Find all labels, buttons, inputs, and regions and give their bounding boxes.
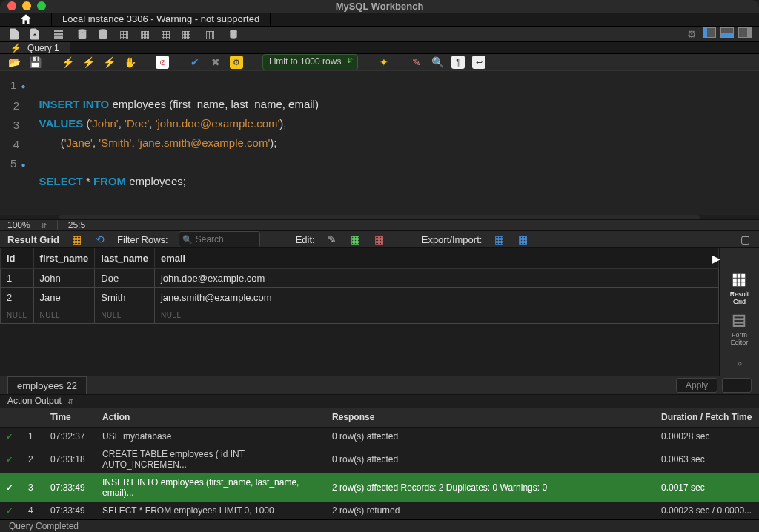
refresh-icon[interactable]: ⟲: [93, 233, 107, 246]
svg-rect-9: [735, 320, 744, 322]
col-email[interactable]: email: [154, 248, 718, 269]
filter-rows-label: Filter Rows:: [117, 234, 168, 245]
autocommit-icon[interactable]: ⚙: [230, 56, 243, 69]
status-bar: Query Completed: [0, 519, 759, 532]
db-icon-5[interactable]: ▦: [159, 27, 172, 41]
db-icon-1[interactable]: [76, 27, 89, 41]
output-col-time[interactable]: Time: [44, 408, 96, 428]
revert-button[interactable]: [722, 378, 752, 393]
output-row[interactable]: ✔407:33:49SELECT * FROM employees LIMIT …: [0, 502, 759, 519]
svg-rect-2: [54, 36, 63, 39]
editor-toolbar: 📂 💾 ⚡ ⚡ ⚡ ✋ ⊘ ✔ ✖ ⚙ Limit to 1000 rows ✦…: [0, 54, 759, 71]
traffic-lights: [7, 1, 46, 10]
svg-rect-0: [54, 30, 63, 32]
search-icon[interactable]: 🔍: [431, 56, 444, 69]
code-content[interactable]: INSERT INTO employees (first_name, last_…: [32, 71, 759, 215]
line-gutter: 1 ● 2 3 4 5 ●: [0, 71, 32, 215]
output-col-response[interactable]: Response: [326, 408, 655, 428]
open-sql-icon[interactable]: [28, 27, 42, 41]
execute-icon[interactable]: ⚡: [61, 56, 74, 69]
svg-point-3: [79, 29, 87, 32]
delete-row-icon[interactable]: ▦: [373, 233, 386, 246]
result-toolbar: Result Grid ▦ ⟲ Filter Rows: Search Edit…: [0, 231, 759, 248]
pin-icon[interactable]: ▢: [738, 233, 752, 246]
pilcrow-icon[interactable]: ¶: [451, 56, 465, 69]
output-col-action[interactable]: Action: [96, 408, 326, 428]
toggle-icon[interactable]: ⊘: [156, 56, 169, 69]
apply-button[interactable]: Apply: [676, 378, 717, 393]
output-row[interactable]: ✔207:33:18CREATE TABLE employees ( id IN…: [0, 445, 759, 473]
add-row-icon[interactable]: ▦: [349, 233, 362, 246]
db-icon-3[interactable]: ▦: [117, 27, 130, 41]
edit-label: Edit:: [296, 234, 315, 245]
result-set-tab[interactable]: employees 22: [7, 376, 87, 394]
output-col-duration[interactable]: Duration / Fetch Time: [655, 408, 759, 428]
table-icon[interactable]: ▥: [203, 27, 216, 41]
connection-tab-bar: Local instance 3306 - Warning - not supp…: [0, 13, 759, 27]
expand-arrow-icon[interactable]: ▶: [712, 253, 720, 265]
connection-tab[interactable]: Local instance 3306 - Warning - not supp…: [52, 13, 271, 26]
db-icon-4[interactable]: ▦: [138, 27, 151, 41]
grid-view-icon[interactable]: ▦: [70, 233, 83, 246]
wrap-icon[interactable]: ↩: [472, 56, 485, 69]
db-icon-6[interactable]: ▦: [179, 27, 193, 41]
commit-icon[interactable]: ✔: [188, 56, 202, 69]
result-area: programguru.org id first_name last_name …: [0, 248, 759, 376]
zoom-stepper-icon[interactable]: ⇵: [41, 222, 47, 230]
col-last-name[interactable]: last_name: [95, 248, 155, 269]
nav-updown-icon[interactable]: ⬨: [737, 356, 743, 368]
settings-icon[interactable]: ⚙: [685, 27, 698, 41]
window-title: MySQL Workbench: [336, 1, 424, 12]
query-tab[interactable]: ⚡ Query 1: [0, 42, 70, 53]
save-file-icon[interactable]: 💾: [28, 56, 42, 69]
new-sql-tab-icon[interactable]: [7, 27, 21, 41]
result-grid-tab[interactable]: Result Grid: [730, 272, 749, 305]
col-id[interactable]: id: [1, 248, 34, 269]
col-first-name[interactable]: first_name: [33, 248, 95, 269]
table-row-null[interactable]: NULLNULLNULLNULL: [1, 307, 719, 324]
filter-search-input[interactable]: Search: [179, 231, 260, 247]
edit-row-icon[interactable]: ✎: [325, 233, 339, 246]
chevron-updown-icon[interactable]: ⇵: [67, 397, 73, 405]
svg-rect-6: [733, 274, 746, 287]
output-row[interactable]: ✔107:32:37USE mydatabase0 row(s) affecte…: [0, 427, 759, 445]
panel-bottom-button[interactable]: [720, 27, 734, 38]
main-toolbar: ▦ ▦ ▦ ▦ ▥ ⚙: [0, 27, 759, 42]
panel-right-button[interactable]: [738, 27, 752, 38]
rollback-icon[interactable]: ✖: [209, 56, 222, 69]
svg-rect-10: [735, 324, 744, 325]
export-icon[interactable]: ▦: [492, 233, 506, 246]
lightning-icon: ⚡: [10, 43, 21, 53]
home-tab[interactable]: [0, 13, 52, 26]
close-window-button[interactable]: [7, 1, 16, 10]
output-row[interactable]: ✔307:33:49INSERT INTO employees (first_n…: [0, 473, 759, 502]
maximize-window-button[interactable]: [37, 1, 46, 10]
import-icon[interactable]: ▦: [516, 233, 529, 246]
query-tab-label: Query 1: [27, 43, 59, 53]
table-row-empty: [1, 324, 719, 376]
result-side-panel: ▶ Result Grid Form Editor ⬨: [719, 248, 759, 376]
open-file-icon[interactable]: 📂: [7, 56, 21, 69]
svg-rect-1: [54, 33, 63, 35]
export-label: Export/Import:: [422, 234, 483, 245]
zoom-label[interactable]: 100%: [7, 220, 30, 230]
sql-editor[interactable]: 1 ● 2 3 4 5 ● INSERT INTO employees (fir…: [0, 71, 759, 215]
query-icon[interactable]: [52, 27, 65, 41]
output-selector[interactable]: Action Output: [7, 396, 62, 406]
cursor-position: 25:5: [68, 220, 85, 230]
brush-icon[interactable]: ✎: [410, 56, 423, 69]
beautify-icon[interactable]: ✦: [377, 56, 391, 69]
db-icon-2[interactable]: [96, 27, 110, 41]
result-grid[interactable]: id first_name last_name email 1JohnDoejo…: [0, 248, 719, 376]
result-bottom-bar: employees 22 Apply: [0, 376, 759, 395]
stop-icon[interactable]: ✋: [123, 56, 136, 69]
form-editor-tab[interactable]: Form Editor: [731, 313, 749, 346]
table-row[interactable]: 2JaneSmithjane.smith@example.com: [1, 288, 719, 307]
explain-icon[interactable]: ⚡: [102, 56, 116, 69]
table-row[interactable]: 1JohnDoejohn.doe@example.com: [1, 269, 719, 288]
db-small-icon[interactable]: [227, 27, 240, 41]
limit-selector[interactable]: Limit to 1000 rows: [262, 54, 358, 70]
execute-cursor-icon[interactable]: ⚡: [82, 56, 95, 69]
panel-left-button[interactable]: [703, 27, 716, 38]
minimize-window-button[interactable]: [22, 1, 31, 10]
